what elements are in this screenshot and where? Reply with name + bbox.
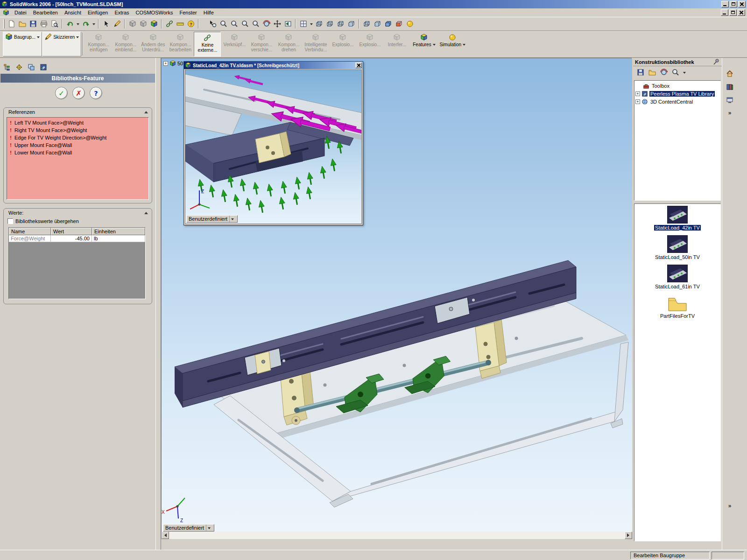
- mate-button[interactable]: Verknüpf...: [221, 32, 248, 56]
- static-load-titlebar[interactable]: StaticLoad_42in TV.sldasm * [Schreibgesc…: [184, 62, 363, 69]
- pin-icon[interactable]: [712, 58, 720, 66]
- override-checkbox[interactable]: [7, 218, 13, 224]
- pan-button[interactable]: [272, 19, 282, 29]
- library-item-staticload-61[interactable]: StaticLoad_61in TV: [654, 265, 701, 289]
- property-manager-tab[interactable]: [14, 62, 24, 72]
- library-item-partfiles-folder[interactable]: PartFilesForTV: [659, 294, 696, 319]
- move-component-button[interactable]: Kompon...verschie...: [248, 32, 275, 56]
- new-button[interactable]: [6, 19, 17, 29]
- wireframe-button[interactable]: [361, 19, 372, 29]
- references-group-header[interactable]: Referenzen: [4, 108, 152, 115]
- section-view-button[interactable]: [394, 19, 404, 29]
- tree-item-3d-contentcentral[interactable]: + 3D ContentCentral: [635, 98, 719, 105]
- library-dropdown[interactable]: [682, 67, 687, 78]
- menu-bearbeiten[interactable]: Bearbeiten: [30, 9, 61, 16]
- previous-view-button[interactable]: [282, 19, 293, 29]
- edit-component-button[interactable]: Kompon...bearbeiten: [167, 32, 194, 56]
- reference-item[interactable]: !Lower Mount Face@Wall: [8, 149, 148, 156]
- menu-fenster[interactable]: Fenster: [176, 9, 200, 16]
- sketch-tab-button[interactable]: Skizzieren: [42, 32, 81, 56]
- menu-ansicht[interactable]: Ansicht: [61, 9, 85, 16]
- hidden-lines-button[interactable]: [372, 19, 383, 29]
- rotate-view-button[interactable]: [261, 19, 272, 29]
- smart-fasteners-button[interactable]: IntelligenteVerbindu...: [302, 32, 329, 56]
- print-preview-button[interactable]: [49, 19, 60, 29]
- tree-item-toolbox[interactable]: Toolbox: [635, 82, 719, 90]
- menu-extras[interactable]: Extras: [111, 9, 132, 16]
- zoom-fit-button[interactable]: [218, 19, 229, 29]
- solidworks-resources-tab[interactable]: [724, 68, 735, 79]
- features-button[interactable]: Features: [410, 32, 437, 56]
- tree-expander[interactable]: +: [163, 61, 168, 66]
- reference-item[interactable]: !Edge For TV Weight Direction>@Weight: [8, 134, 148, 141]
- restore-button[interactable]: [730, 1, 737, 7]
- child-minimize-button[interactable]: [721, 9, 728, 16]
- simulation-button[interactable]: Simulation: [437, 32, 467, 56]
- feature-tree-root-label[interactable]: 50: [177, 61, 183, 66]
- sketch-button[interactable]: [112, 19, 122, 29]
- design-library-tab[interactable]: [724, 81, 735, 92]
- library-tab[interactable]: [38, 62, 49, 72]
- dropdown-arrow-icon[interactable]: [206, 525, 212, 531]
- minimize-button[interactable]: [721, 1, 729, 7]
- select-button[interactable]: [101, 19, 112, 29]
- feature-tree-tab[interactable]: [2, 62, 12, 72]
- scroll-right-button[interactable]: [625, 532, 632, 539]
- horizontal-scrollbar[interactable]: [162, 532, 632, 539]
- hyperlink-button[interactable]: [164, 19, 175, 29]
- close-button[interactable]: [738, 1, 746, 7]
- tree-expander[interactable]: +: [635, 91, 640, 96]
- ok-button[interactable]: ✓: [55, 87, 68, 99]
- change-suppression-button[interactable]: Ändern desUnterdrü...: [139, 32, 167, 56]
- panel-splitter[interactable]: [155, 58, 161, 550]
- isometric-view-button[interactable]: [346, 19, 357, 29]
- menu-einfuegen[interactable]: Einfügen: [85, 9, 111, 16]
- child-restore-button[interactable]: [729, 9, 737, 16]
- scroll-left-button[interactable]: [162, 532, 169, 539]
- cancel-button[interactable]: ✗: [72, 87, 85, 99]
- undo-dropdown[interactable]: [75, 19, 80, 29]
- column-header-einheiten[interactable]: Einheiten: [92, 228, 145, 235]
- library-item-staticload-50[interactable]: StaticLoad_50in TV: [654, 235, 701, 260]
- library-folder-button[interactable]: [647, 67, 657, 78]
- left-view-button[interactable]: [324, 19, 335, 29]
- child-close-button[interactable]: [738, 9, 745, 16]
- view-orientation-dropdown[interactable]: [309, 19, 314, 29]
- expand-task-pane-button[interactable]: »: [724, 107, 735, 119]
- print-button[interactable]: [38, 19, 49, 29]
- insert-component-button[interactable]: Kompon...einfügen: [85, 32, 112, 56]
- undo-button[interactable]: [64, 19, 75, 29]
- make-drawing-button[interactable]: [127, 19, 138, 29]
- edit-color-button[interactable]: [148, 19, 159, 29]
- save-button[interactable]: [28, 19, 38, 29]
- titlebar[interactable]: SolidWorks 2006 - [50Inch_TVMount.SLDASM…: [0, 0, 747, 8]
- column-header-name[interactable]: Name: [9, 228, 51, 235]
- reference-item[interactable]: !Upper Mount Face@Wall: [8, 141, 148, 149]
- view-orientation-button[interactable]: Benutzerdefiniert: [163, 524, 214, 532]
- view-orientation-button[interactable]: [298, 19, 309, 29]
- static-load-canvas[interactable]: Z: [185, 70, 362, 224]
- configuration-manager-tab[interactable]: [26, 62, 36, 72]
- open-button[interactable]: [17, 19, 28, 29]
- zoom-in-out-button[interactable]: [240, 19, 250, 29]
- view-orientation-button[interactable]: Benutzerdefiniert: [186, 215, 238, 223]
- redo-dropdown[interactable]: [91, 19, 96, 29]
- collapse-task-pane-button[interactable]: »: [724, 500, 735, 511]
- search-button[interactable]: [670, 67, 681, 78]
- refresh-library-button[interactable]: [658, 67, 669, 78]
- top-view-button[interactable]: [335, 19, 346, 29]
- make-assembly-button[interactable]: [138, 19, 148, 29]
- file-explorer-tab[interactable]: [724, 94, 735, 105]
- help-button[interactable]: [185, 19, 196, 29]
- assembly-tab-button[interactable]: Baugrup...: [3, 32, 42, 56]
- values-group-header[interactable]: Werte:: [4, 209, 152, 216]
- appearance-button[interactable]: [404, 19, 415, 29]
- show-hide-component-button[interactable]: Kompon...einblend...: [112, 32, 139, 56]
- toolbar-grip[interactable]: [3, 19, 5, 28]
- menu-cosmosworks[interactable]: COSMOSWorks: [133, 9, 176, 16]
- dropdown-arrow-icon[interactable]: [229, 216, 235, 222]
- menu-hilfe[interactable]: Hilfe: [200, 9, 217, 16]
- reference-item[interactable]: !Left TV Mount Face>@Weight: [8, 119, 148, 126]
- front-view-button[interactable]: [314, 19, 324, 29]
- zoom-selection-button[interactable]: [250, 19, 261, 29]
